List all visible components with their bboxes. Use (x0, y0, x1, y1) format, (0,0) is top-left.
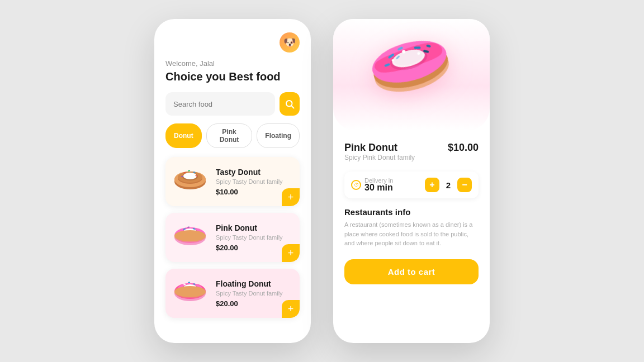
phone-header: 🐶 (165, 32, 300, 53)
phone-left: 🐶 Welcome, Jalal Choice you Best food Do… (154, 19, 311, 343)
food-image (171, 218, 209, 256)
add-to-cart-button[interactable]: Add to cart (344, 259, 479, 284)
page-title: Choice you Best food (165, 70, 300, 83)
food-name: Tasty Donut (216, 168, 294, 177)
food-list: Tasty Donut Spicy Tasty Donut family $10… (165, 157, 300, 318)
delivery-info: ⏱ Delivery in 30 min (351, 177, 393, 193)
tab-floating[interactable]: Floating (257, 123, 300, 148)
add-to-cart-button[interactable]: + (282, 300, 300, 318)
food-name: Floating Donut (216, 279, 294, 288)
svg-line-1 (291, 106, 293, 108)
delivery-text: Delivery in 30 min (364, 177, 393, 193)
detail-content: Pink Donut Spicy Pink Donut family $10.0… (333, 131, 490, 343)
category-tabs: Donut Pink Donut Floating (165, 123, 300, 148)
search-input[interactable] (165, 92, 275, 116)
food-image (171, 274, 209, 312)
quantity-control: + 2 − (425, 178, 472, 192)
svg-point-8 (183, 173, 197, 179)
svg-rect-35 (188, 282, 190, 283)
svg-point-37 (174, 286, 206, 297)
add-to-cart-button[interactable]: + (282, 244, 300, 262)
search-button[interactable] (280, 92, 300, 116)
search-bar (165, 92, 300, 116)
food-name: Pink Donut (216, 223, 294, 232)
tab-donut[interactable]: Donut (165, 123, 202, 148)
food-card: Floating Donut Spicy Tasty Donut family … (165, 269, 300, 318)
svg-rect-11 (188, 170, 190, 172)
tab-pink-donut[interactable]: Pink Donut (206, 123, 253, 148)
product-name: Pink Donut (344, 142, 415, 154)
detail-top-row: Pink Donut Spicy Pink Donut family $10.0… (344, 142, 479, 169)
hero-donut (356, 19, 466, 125)
delivery-icon: ⏱ (351, 180, 361, 190)
phones-container: 🐶 Welcome, Jalal Choice you Best food Do… (154, 19, 490, 343)
product-price: $10.00 (448, 142, 479, 154)
product-subtitle: Spicy Pink Donut family (344, 154, 415, 161)
detail-hero (333, 19, 490, 131)
restaurant-description: A restaurant (sometimes known as a diner… (344, 220, 479, 248)
add-to-cart-button[interactable]: + (282, 188, 300, 206)
delivery-row: ⏱ Delivery in 30 min + 2 − (344, 172, 479, 198)
delivery-time: 30 min (364, 183, 393, 193)
welcome-text: Welcome, Jalal (165, 59, 300, 68)
phone-right: Pink Donut Spicy Pink Donut family $10.0… (333, 19, 490, 343)
quantity-minus-button[interactable]: − (457, 178, 472, 192)
svg-point-26 (174, 230, 206, 241)
svg-rect-45 (414, 46, 421, 49)
quantity-value: 2 (444, 180, 453, 190)
food-desc: Spicy Tasty Donut family (216, 234, 294, 241)
food-image (171, 163, 209, 201)
quantity-plus-button[interactable]: + (425, 178, 439, 192)
food-desc: Spicy Tasty Donut family (216, 290, 294, 297)
food-card: Pink Donut Spicy Tasty Donut family $20.… (165, 213, 300, 262)
avatar: 🐶 (280, 32, 300, 53)
food-card: Tasty Donut Spicy Tasty Donut family $10… (165, 157, 300, 206)
food-desc: Spicy Tasty Donut family (216, 178, 294, 185)
restaurant-title: Restaurants info (344, 207, 479, 217)
